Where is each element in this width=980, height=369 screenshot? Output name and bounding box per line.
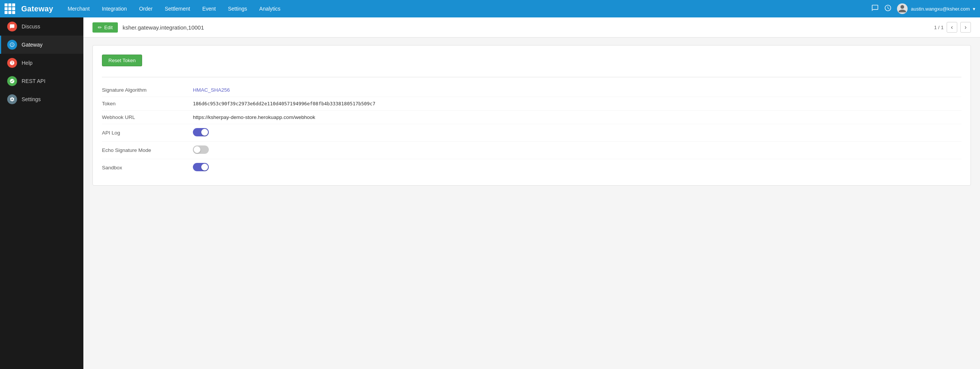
settings-icon bbox=[7, 94, 17, 104]
user-menu[interactable]: austin.wangxu@ksher.com ▾ bbox=[897, 3, 975, 14]
label-sandbox: Sandbox bbox=[102, 165, 193, 170]
main-layout: Discuss Gateway Help REST API Settings bbox=[0, 17, 980, 369]
edit-button[interactable]: ✏ Edit bbox=[92, 22, 118, 33]
sidebar-item-discuss[interactable]: Discuss bbox=[0, 17, 83, 36]
label-api-log: API Log bbox=[102, 130, 193, 136]
reset-token-button[interactable]: Reset Token bbox=[102, 54, 142, 66]
gateway-icon bbox=[7, 40, 17, 49]
nav-event[interactable]: Event bbox=[197, 3, 221, 14]
field-sandbox: Sandbox bbox=[102, 159, 961, 176]
value-token: 186d6c953c90f39c2973e6dd2e110d4057194996… bbox=[193, 101, 961, 107]
pagination-next[interactable]: › bbox=[960, 22, 971, 33]
sidebar-item-settings[interactable]: Settings bbox=[0, 90, 83, 108]
value-echo-signature bbox=[193, 145, 961, 155]
sidebar-label-restapi: REST API bbox=[22, 78, 46, 84]
value-webhook-url: https://ksherpay-demo-store.herokuapp.co… bbox=[193, 115, 961, 120]
sidebar-item-gateway[interactable]: Gateway bbox=[0, 36, 83, 54]
restapi-icon bbox=[7, 76, 17, 86]
dropdown-icon: ▾ bbox=[973, 6, 975, 12]
discuss-icon bbox=[7, 22, 17, 32]
value-api-log bbox=[193, 128, 961, 138]
nav-settings[interactable]: Settings bbox=[223, 3, 252, 14]
app-logo: Gateway bbox=[21, 5, 53, 13]
card-divider bbox=[102, 77, 961, 77]
grid-icon[interactable] bbox=[5, 3, 15, 14]
field-token: Token 186d6c953c90f39c2973e6dd2e110d4057… bbox=[102, 97, 961, 111]
topbar-right: austin.wangxu@ksher.com ▾ bbox=[871, 3, 975, 14]
sidebar-item-help[interactable]: Help bbox=[0, 54, 83, 72]
nav-analytics[interactable]: Analytics bbox=[254, 3, 286, 14]
nav-merchant[interactable]: Merchant bbox=[62, 3, 95, 14]
sidebar-label-settings: Settings bbox=[22, 96, 41, 102]
topbar: Gateway Merchant Integration Order Settl… bbox=[0, 0, 980, 17]
toggle-sandbox[interactable] bbox=[193, 163, 209, 171]
top-nav: Merchant Integration Order Settlement Ev… bbox=[62, 3, 865, 14]
toggle-api-log-thumb bbox=[201, 129, 208, 136]
label-signature-algorithm: Signature Algorithm bbox=[102, 87, 193, 93]
field-api-log: API Log bbox=[102, 124, 961, 142]
sidebar-item-restapi[interactable]: REST API bbox=[0, 72, 83, 90]
toggle-echo-thumb bbox=[194, 146, 200, 153]
nav-settlement[interactable]: Settlement bbox=[159, 3, 196, 14]
edit-label: Edit bbox=[104, 25, 113, 30]
sidebar-label-gateway: Gateway bbox=[22, 42, 43, 48]
label-webhook-url: Webhook URL bbox=[102, 115, 193, 120]
user-avatar bbox=[897, 3, 908, 14]
pagination-count: 1 / 1 bbox=[934, 25, 943, 30]
chat-icon[interactable] bbox=[871, 4, 879, 14]
content-header: ✏ Edit ksher.gateway.integration,10001 1… bbox=[83, 17, 980, 38]
sidebar-label-discuss: Discuss bbox=[22, 24, 40, 30]
toggle-api-log[interactable] bbox=[193, 128, 209, 137]
content-area: ✏ Edit ksher.gateway.integration,10001 1… bbox=[83, 17, 980, 369]
nav-integration[interactable]: Integration bbox=[97, 3, 132, 14]
user-email: austin.wangxu@ksher.com bbox=[911, 6, 970, 12]
content-body: Reset Token Signature Algorithm HMAC_SHA… bbox=[83, 38, 980, 369]
pagination-prev[interactable]: ‹ bbox=[947, 22, 957, 33]
field-echo-signature: Echo Signature Mode bbox=[102, 142, 961, 159]
label-token: Token bbox=[102, 101, 193, 107]
clock-icon[interactable] bbox=[884, 4, 892, 14]
pagination: 1 / 1 ‹ › bbox=[934, 22, 971, 33]
integration-card: Reset Token Signature Algorithm HMAC_SHA… bbox=[92, 45, 971, 186]
breadcrumb: ksher.gateway.integration,10001 bbox=[123, 24, 204, 31]
value-signature-algorithm[interactable]: HMAC_SHA256 bbox=[193, 87, 961, 93]
help-icon bbox=[7, 58, 17, 68]
header-left: ✏ Edit ksher.gateway.integration,10001 bbox=[92, 22, 204, 33]
toggle-sandbox-thumb bbox=[201, 164, 208, 170]
sidebar-label-help: Help bbox=[22, 60, 33, 66]
toggle-echo-signature[interactable] bbox=[193, 145, 209, 154]
nav-order[interactable]: Order bbox=[134, 3, 158, 14]
field-signature-algorithm: Signature Algorithm HMAC_SHA256 bbox=[102, 83, 961, 97]
value-sandbox bbox=[193, 163, 961, 172]
field-webhook-url: Webhook URL https://ksherpay-demo-store.… bbox=[102, 111, 961, 124]
label-echo-signature: Echo Signature Mode bbox=[102, 147, 193, 153]
sidebar: Discuss Gateway Help REST API Settings bbox=[0, 17, 83, 369]
edit-pencil-icon: ✏ bbox=[98, 25, 102, 30]
